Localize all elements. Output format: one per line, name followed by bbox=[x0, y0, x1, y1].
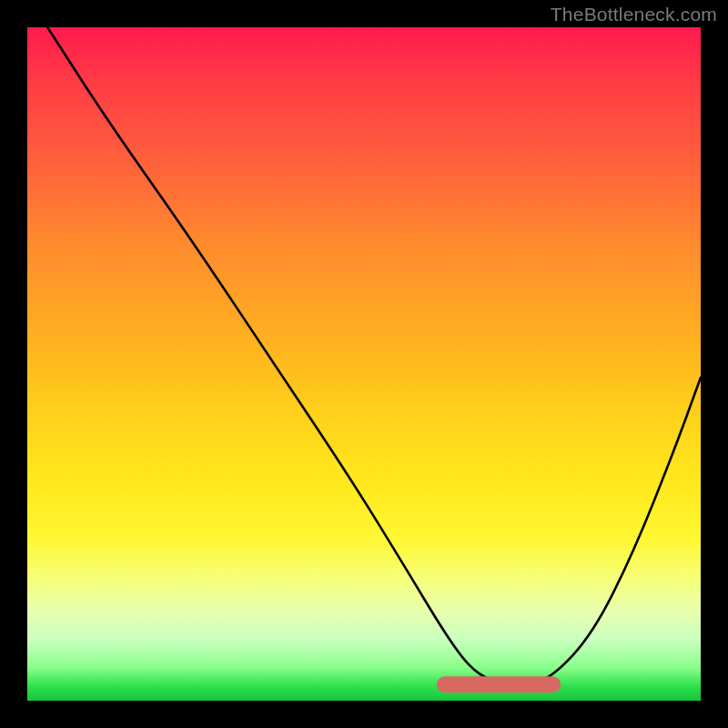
bottleneck-curve bbox=[47, 27, 701, 684]
plot-area bbox=[27, 27, 701, 701]
watermark-text: TheBottleneck.com bbox=[551, 4, 717, 25]
chart-frame: TheBottleneck.com bbox=[0, 0, 728, 728]
curve-layer bbox=[27, 27, 701, 701]
